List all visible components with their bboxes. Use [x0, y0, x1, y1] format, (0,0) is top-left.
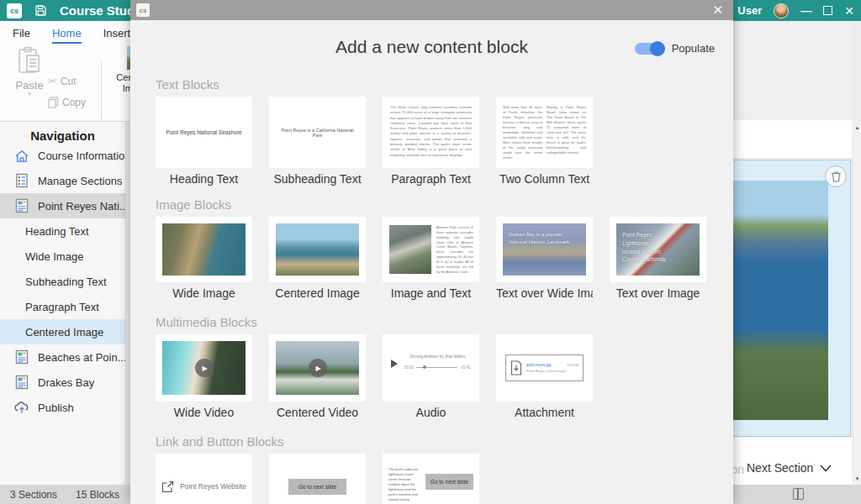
maximize-button[interactable]	[823, 6, 832, 15]
sections-list-icon	[13, 172, 30, 189]
block-card-label: Text over Image	[610, 286, 706, 300]
sidebar-item-manage-sections[interactable]: Manage Sections	[0, 168, 125, 193]
block-card-text-over-wide-image[interactable]: Drakes Bay is a popular National Histori…	[496, 217, 593, 300]
centered-image-content[interactable]	[727, 181, 828, 420]
sidebar-item-heading-text[interactable]: Heading Text	[0, 218, 125, 244]
block-card-wide-video[interactable]: ▶ Wide Video	[156, 334, 252, 419]
play-icon: ▶	[309, 359, 327, 377]
block-card-label: Image and Text	[383, 286, 479, 300]
populate-control: Populate	[635, 42, 715, 55]
overlay-preview-text: Point Reyes Lighthouse is located in Mar…	[622, 231, 668, 264]
copy-label: Copy	[62, 97, 86, 108]
image-and-text-preview-text: Alamere Falls consists of three separate…	[436, 225, 473, 275]
sidebar-item-beaches[interactable]: Beaches at Poin...	[0, 344, 125, 370]
cut-label: Cut	[61, 76, 77, 87]
scroll-down-icon[interactable]: ▼	[853, 476, 861, 481]
close-button[interactable]: ✕	[844, 4, 854, 18]
user-avatar[interactable]	[774, 3, 789, 18]
link-button-blocks-row: Point Reyes Website Link Go to next slid…	[156, 454, 708, 504]
block-card-centered-image[interactable]: Centered Image	[269, 217, 366, 300]
attachment-description: Point Reyes Coast Image	[526, 369, 578, 373]
add-content-block-dialog: cs ✕ Add a new content block Populate Te…	[130, 0, 733, 504]
tab-insert[interactable]: Insert	[103, 27, 131, 44]
sections-count: 3 Sections	[10, 489, 57, 501]
block-card-button[interactable]: Go to next slide Button	[269, 454, 366, 504]
tab-file[interactable]: File	[13, 27, 30, 44]
block-card-centered-video[interactable]: ▶ Centered Video	[269, 334, 366, 419]
sidebar-item-label: Manage Sections	[38, 175, 122, 187]
section-header-text-blocks: Text Blocks	[156, 77, 708, 94]
block-card-label: Two Column Text	[496, 172, 593, 186]
user-label: User	[737, 4, 762, 17]
block-card-link[interactable]: Point Reyes Website Link	[156, 454, 252, 504]
blocks-count: 15 Blocks	[76, 489, 119, 501]
app-logo: cs	[7, 3, 22, 18]
delete-block-button[interactable]	[825, 165, 847, 187]
publish-cloud-icon	[13, 399, 30, 416]
block-card-audio[interactable]: Droning Ambition by Jhay Walkro 00:00 -0…	[383, 334, 479, 419]
save-icon[interactable]	[34, 3, 48, 18]
navigation-sidebar: Navigation Course Information Manage Sec…	[0, 122, 126, 485]
populate-toggle[interactable]	[635, 43, 663, 55]
block-card-two-column-text[interactable]: With more than 80 miles of Pacific shore…	[496, 97, 593, 186]
heading-preview-text: Point Reyes National Seashore	[156, 97, 252, 168]
block-card-label: Wide Image	[156, 286, 252, 300]
cut-button[interactable]: ✂ Cut	[48, 75, 77, 87]
section-header-multimedia-blocks: Multimedia Blocks	[156, 315, 708, 332]
subheading-preview-text: Point Reyes is a California National Par…	[269, 97, 366, 168]
block-card-caption-button[interactable]: The park's adjacent lighthouse visitor c…	[383, 454, 479, 504]
sidebar-item-label: Point Reyes Nati...	[38, 200, 125, 213]
dialog-body: Add a new content block Populate Text Bl…	[130, 20, 733, 504]
copy-icon	[48, 97, 59, 108]
copy-button[interactable]: Copy	[48, 97, 86, 108]
sidebar-item-label: Subheading Text	[25, 276, 107, 288]
sidebar-item-label: Beaches at Poin...	[38, 351, 125, 364]
block-card-image-and-text[interactable]: Alamere Falls consists of three separate…	[383, 217, 479, 300]
view-mode-icon[interactable]	[793, 488, 804, 500]
block-card-text-over-image[interactable]: Point Reyes Lighthouse is located in Mar…	[610, 217, 706, 300]
audio-progress-bar	[416, 367, 457, 368]
paste-button[interactable]: Paste ▾	[10, 46, 49, 97]
vertical-scrollbar[interactable]: ▲ ▼	[853, 122, 861, 485]
wide-image-preview	[162, 223, 246, 276]
sidebar-item-wide-image[interactable]: Wide Image	[0, 244, 125, 269]
sidebar-item-label: Heading Text	[25, 225, 89, 238]
sidebar-item-point-reyes-section[interactable]: Point Reyes Nati...	[0, 193, 125, 218]
wide-video-preview: ▶	[162, 341, 246, 395]
minimize-button[interactable]: —	[800, 4, 811, 17]
sidebar-item-label: Drakes Bay	[38, 376, 94, 389]
sidebar-item-paragraph-text[interactable]: Paragraph Text	[0, 294, 125, 319]
section-page-icon	[13, 374, 30, 391]
dialog-close-button[interactable]: ✕	[712, 3, 723, 18]
audio-play-icon	[391, 360, 398, 368]
sidebar-item-publish[interactable]: Publish	[0, 395, 125, 420]
sidebar-item-course-information[interactable]: Course Information	[0, 143, 125, 168]
block-card-label: Heading Text	[156, 172, 252, 186]
sidebar-item-subheading-text[interactable]: Subheading Text	[0, 269, 125, 294]
block-card-subheading-text[interactable]: Point Reyes is a California National Par…	[269, 97, 366, 186]
sidebar-item-centered-image[interactable]: Centered Image	[0, 319, 125, 344]
dialog-title: Add a new content block	[156, 30, 708, 57]
tab-home[interactable]: Home	[52, 27, 82, 44]
section-page-icon	[13, 197, 30, 214]
next-section-label: Next Section	[747, 461, 813, 475]
sidebar-item-label: Wide Image	[25, 250, 83, 263]
multimedia-blocks-row: ▶ Wide Video ▶ Centered Video Droning Am…	[156, 334, 708, 419]
block-card-label: Text over Wide Image	[496, 286, 593, 300]
populate-label: Populate	[672, 42, 715, 55]
caption-preview-text: The park's adjacent lighthouse visitor c…	[388, 467, 420, 502]
block-card-heading-text[interactable]: Point Reyes National Seashore Heading Te…	[156, 97, 252, 186]
sidebar-item-drakes-bay[interactable]: Drakes Bay	[0, 370, 125, 395]
lighthouse-image-preview: Point Reyes Lighthouse is located in Mar…	[616, 223, 700, 276]
dialog-title-bar: cs ✕	[130, 0, 733, 20]
block-card-paragraph-text[interactable]: The West Coast's only national seashore …	[383, 97, 479, 186]
block-card-wide-image[interactable]: Wide Image	[156, 217, 252, 300]
clipboard-paste-icon	[18, 46, 41, 75]
next-section-button[interactable]: Next Section	[747, 461, 832, 475]
audio-time-start: 00:00	[404, 365, 414, 370]
block-card-label: Paragraph Text	[383, 172, 479, 186]
scroll-up-icon[interactable]: ▲	[853, 125, 861, 130]
scissors-icon: ✂	[48, 75, 57, 87]
block-card-attachment[interactable]: point-reyes.jpg 124 KB Point Reyes Coast…	[496, 334, 593, 419]
sidebar-item-label: Publish	[38, 402, 74, 414]
